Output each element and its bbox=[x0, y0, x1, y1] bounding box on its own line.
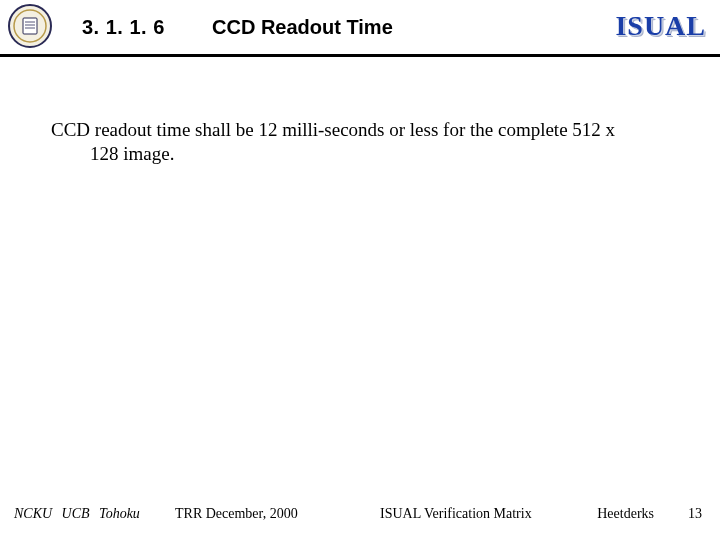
section-number: 3. 1. 1. 6 bbox=[82, 16, 165, 39]
footer-author: Heetderks bbox=[597, 506, 654, 522]
footer-doc-title: ISUAL Verification Matrix bbox=[380, 506, 532, 522]
footer-organizations: NCKU UCB Tohoku bbox=[14, 506, 140, 522]
header-divider bbox=[0, 54, 720, 57]
slide-footer: NCKU UCB Tohoku TRR December, 2000 ISUAL… bbox=[0, 500, 720, 522]
footer-page-number: 13 bbox=[688, 506, 702, 522]
body-line-2: 128 image. bbox=[52, 142, 680, 166]
body-line-1: CCD readout time shall be 12 milli-secon… bbox=[52, 118, 680, 142]
slide-title: CCD Readout Time bbox=[212, 16, 393, 39]
footer-event-date: TRR December, 2000 bbox=[175, 506, 298, 522]
svg-rect-2 bbox=[23, 18, 37, 34]
slide-body: CCD readout time shall be 12 milli-secon… bbox=[52, 118, 680, 167]
slide: 3. 1. 1. 6 CCD Readout Time ISUAL CCD re… bbox=[0, 0, 720, 540]
university-seal-icon bbox=[8, 4, 52, 48]
isual-logo: ISUAL bbox=[615, 10, 706, 42]
slide-header: 3. 1. 1. 6 CCD Readout Time ISUAL bbox=[0, 0, 720, 54]
